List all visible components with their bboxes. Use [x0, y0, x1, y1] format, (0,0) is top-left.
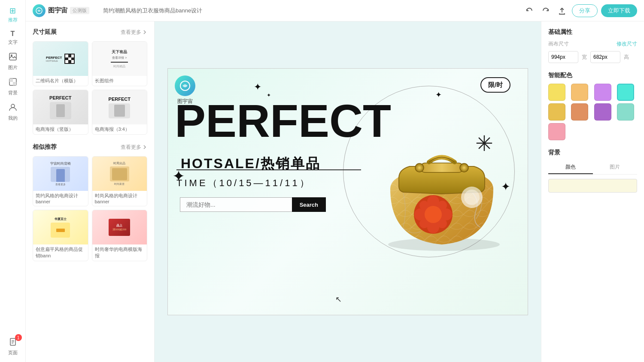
canvas-width-input[interactable] [548, 51, 578, 63]
size-extend-header: 尺寸延展 查看更多 [33, 28, 147, 36]
template-s3-label: 创意扁平风格的商品促销bann [33, 244, 88, 261]
right-panel: 基础属性 画布尺寸 修改尺寸 宽 高 智能配色 [541, 21, 644, 362]
sidebar-item-text[interactable]: T 文字 [2, 27, 24, 48]
sidebar-item-recommend[interactable]: ⊞ 推荐 [2, 3, 24, 26]
purse-svg [373, 112, 510, 257]
bg-tab-image[interactable]: 图片 [593, 161, 638, 174]
template-qr-label: 二维码名片（横版） [33, 76, 88, 86]
svg-point-25 [415, 163, 424, 172]
logo-icon [33, 4, 46, 17]
template-long-label: 长图组件 [92, 76, 147, 86]
color-palette [548, 84, 637, 140]
banner-content: 图宇宙 限/时 ✦ ✦ ✦ ✦ ✳ PERFECT [168, 69, 528, 315]
design-canvas[interactable]: 图宇宙 限/时 ✦ ✦ ✦ ✦ ✳ PERFECT [167, 68, 528, 315]
share-button[interactable]: 分享 [572, 4, 598, 17]
size-extend-see-more[interactable]: 查看更多 [121, 29, 147, 36]
similar-title: 相似推荐 [33, 143, 57, 151]
banner-logo-icon [175, 75, 195, 96]
bg-tab-color[interactable]: 颜色 [548, 161, 593, 174]
search-button[interactable]: Search [292, 197, 326, 212]
template-report1[interactable]: PERFECT 电商海报（竖版） [33, 90, 88, 135]
template-similar4[interactable]: 品上 满500减200 时尚奢华的电商横版海报 [92, 210, 148, 261]
canvas-size-label: 画布尺寸 [548, 40, 569, 48]
basic-props-title: 基础属性 [548, 28, 637, 36]
template-similar3[interactable]: 华夏至士 创意扁平风格的商品促销bann [33, 210, 88, 261]
bg-tabs: 颜色 图片 [548, 161, 637, 175]
sidebar-item-image[interactable]: 图片 [2, 50, 24, 73]
template-thumb-s4: 品上 满500减200 [92, 210, 147, 244]
modify-size-link[interactable]: 修改尺寸 [617, 40, 637, 48]
app-logo: 图宇宙 公测版 [33, 4, 89, 17]
template-similar2[interactable]: 时周尖品 时尚家居 时尚风格的电商设计banner [92, 156, 148, 206]
redo-button[interactable] [539, 4, 552, 17]
beta-badge: 公测版 [70, 7, 89, 14]
color-swatch-2[interactable] [571, 84, 588, 101]
similar-see-more[interactable]: 查看更多 [121, 144, 147, 151]
document-title: 简约潮酷风格的卫衣服饰商品banne设计 [103, 7, 518, 15]
similar-grid: 宇宙时尚背椅 查看更多 简约风格的电商设计banner 时周尖品 [33, 156, 147, 261]
header-actions: 分享 立即下载 [523, 4, 637, 17]
background-section: 背景 颜色 图片 [548, 149, 637, 193]
sidebar-label-background: 背景 [8, 90, 18, 96]
icon-sidebar: ⊞ 推荐 T 文字 图片 背景 我的 1 页面 [0, 0, 26, 362]
color-swatch-1[interactable] [548, 84, 565, 101]
color-swatch-6[interactable] [571, 103, 588, 121]
width-label: 宽 [582, 54, 587, 61]
color-swatch-5[interactable] [548, 103, 565, 121]
svg-point-16 [427, 221, 439, 233]
svg-point-17 [414, 208, 426, 220]
text-icon: T [11, 30, 15, 38]
template-qr[interactable]: PERFECT HOTSALE [33, 41, 88, 86]
upload-button[interactable] [556, 4, 568, 17]
time-text: TIME（10/15—11/11） [176, 177, 311, 190]
size-extend-title: 尺寸延展 [33, 28, 57, 36]
svg-point-26 [460, 163, 468, 172]
template-report1-label: 电商海报（竖版） [33, 124, 88, 134]
template-long[interactable]: 天下有品 查看详情 > 时尚精品 长图组件 [92, 41, 148, 86]
svg-point-23 [425, 206, 442, 223]
template-thumb-s2: 时周尖品 时尚家居 [92, 157, 147, 191]
template-thumb-s1: 宇宙时尚背椅 查看更多 [33, 157, 88, 191]
template-similar1[interactable]: 宇宙时尚背椅 查看更多 简约风格的电商设计banner [33, 156, 88, 206]
cursor-indicator: ↖ [335, 295, 342, 304]
background-title: 背景 [548, 149, 637, 157]
size-extend-section: 尺寸延展 查看更多 PERFECT HOTSALE [33, 28, 147, 135]
color-swatch-8[interactable] [617, 103, 634, 121]
sidebar-item-background[interactable]: 背景 [2, 75, 24, 99]
template-report2[interactable]: PERFECT 电商海报（3:4） [92, 90, 148, 135]
bg-color-preview[interactable] [548, 179, 637, 193]
diamond-deco-left: ✦ [172, 167, 185, 185]
smart-color-title: 智能配色 [548, 72, 637, 79]
svg-rect-0 [9, 53, 16, 60]
hotsale-text: HOTSALE/热销单品 [181, 154, 321, 173]
canvas-height-input[interactable] [590, 51, 620, 63]
color-swatch-7[interactable] [594, 103, 611, 121]
color-swatch-3[interactable] [594, 84, 611, 101]
me-icon [9, 103, 17, 114]
similar-header: 相似推荐 查看更多 [33, 143, 147, 151]
sidebar-item-me[interactable]: 我的 [2, 100, 24, 124]
xiangshi-badge: 限/时 [480, 77, 510, 93]
template-thumb-report1: PERFECT [33, 90, 88, 124]
top-header: 图宇宙 公测版 简约潮酷风格的卫衣服饰商品banne设计 分享 立即下载 [26, 0, 644, 21]
sidebar-label-text: 文字 [8, 39, 18, 45]
basic-props-section: 基础属性 画布尺寸 修改尺寸 宽 高 [548, 28, 637, 63]
svg-point-15 [427, 196, 439, 208]
smart-color-section: 智能配色 [548, 72, 637, 140]
recommend-icon: ⊞ [9, 6, 16, 15]
svg-rect-3 [9, 78, 13, 82]
template-thumb-s3: 华夏至士 [33, 210, 88, 244]
search-bar: Search [180, 197, 326, 212]
download-button[interactable]: 立即下载 [601, 4, 637, 17]
svg-point-28 [464, 190, 480, 205]
color-swatch-4[interactable] [617, 84, 634, 101]
color-swatch-9[interactable] [548, 123, 565, 140]
sidebar-label-recommend: 推荐 [8, 17, 18, 23]
canvas-size-inputs: 宽 高 [548, 51, 637, 63]
template-thumb-long: 天下有品 查看详情 > 时尚精品 [92, 42, 147, 76]
search-input[interactable] [180, 197, 292, 212]
undo-button[interactable] [523, 4, 536, 17]
svg-rect-24 [420, 163, 463, 172]
left-panel: 尺寸延展 查看更多 PERFECT HOTSALE [26, 21, 155, 362]
sidebar-item-pages[interactable]: 1 页面 [2, 335, 24, 359]
